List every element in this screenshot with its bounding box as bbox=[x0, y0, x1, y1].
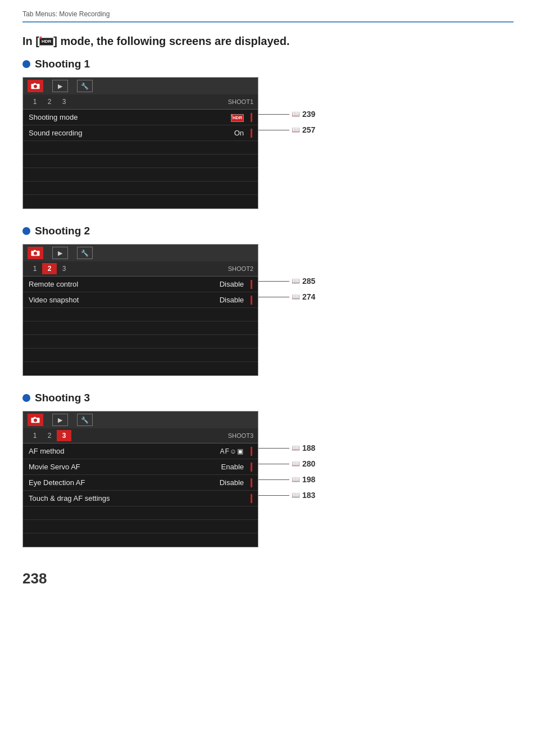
ref2-remote-control: 📖 285 bbox=[258, 273, 315, 289]
ref3-line2 bbox=[258, 464, 289, 464]
cam1-play-tab[interactable]: ▶ bbox=[52, 80, 68, 92]
cam1-empty4 bbox=[23, 182, 258, 195]
ref3-page1: 188 bbox=[302, 443, 315, 452]
cam1-row-shooting-mode[interactable]: Shooting mode ▮HDR bbox=[23, 110, 258, 125]
cam3-tabs-row: 1 2 3 SHOOT3 bbox=[23, 428, 258, 443]
shooting1-refs: 📖 239 📖 257 bbox=[258, 106, 315, 138]
cam2-header: ▶ 🔧 bbox=[23, 245, 258, 261]
cam1-sound-recording-bar bbox=[251, 129, 252, 138]
shooting1-label: Shooting 1 bbox=[35, 58, 90, 70]
shooting2-heading: Shooting 2 bbox=[22, 225, 514, 237]
cam2-tab1[interactable]: 1 bbox=[28, 263, 42, 274]
cam3-movie-servo-af-value: Enable bbox=[221, 463, 244, 471]
cam1-shooting-mode-bar bbox=[251, 113, 252, 122]
bullet-dot-2 bbox=[22, 227, 30, 235]
cam3-row-movie-servo-af[interactable]: Movie Servo AF Enable bbox=[23, 459, 258, 475]
shooting3-panel: ▶ 🔧 1 2 3 SHOOT3 AF method AF☺▣ Movie Se… bbox=[22, 411, 258, 547]
ref1-sound-recording: 📖 257 bbox=[258, 122, 315, 138]
cam2-empty1 bbox=[23, 308, 258, 322]
cam3-empty2 bbox=[23, 520, 258, 533]
cam3-row-touch-drag-af[interactable]: Touch & drag AF settings bbox=[23, 491, 258, 506]
bullet-dot-3 bbox=[22, 394, 30, 402]
cam2-empty5 bbox=[23, 362, 258, 375]
ref1-shooting-mode: 📖 239 bbox=[258, 106, 315, 122]
ref3-book-icon1: 📖 bbox=[292, 444, 300, 452]
cam2-shoot-label: SHOOT2 bbox=[228, 265, 253, 272]
svg-point-1 bbox=[34, 85, 37, 88]
cam2-video-snapshot-bar bbox=[251, 296, 252, 305]
ref3-movie-servo-af: 📖 280 bbox=[258, 456, 315, 472]
ref2-page1: 285 bbox=[302, 277, 315, 286]
ref1-page2: 257 bbox=[302, 125, 315, 134]
page-number: 238 bbox=[22, 570, 514, 587]
svg-rect-8 bbox=[34, 417, 36, 418]
cam2-empty2 bbox=[23, 322, 258, 335]
cam1-tabs-row: 1 2 3 SHOOT1 bbox=[23, 94, 258, 110]
ref3-line4 bbox=[258, 495, 289, 496]
ref1-book-icon2: 📖 bbox=[292, 126, 300, 134]
shooting2-panel: ▶ 🔧 1 2 3 SHOOT2 Remote control Disable … bbox=[22, 244, 258, 376]
cam1-shooting-mode-value: ▮HDR bbox=[231, 112, 244, 121]
cam3-af-method-bar bbox=[251, 447, 252, 456]
cam1-empty5 bbox=[23, 195, 258, 209]
cam3-touch-drag-af-label: Touch & drag AF settings bbox=[29, 494, 244, 503]
cam1-shoot-label: SHOOT1 bbox=[228, 98, 253, 105]
svg-rect-2 bbox=[34, 83, 36, 84]
ref2-book-icon1: 📖 bbox=[292, 277, 300, 285]
cam3-row-af-method[interactable]: AF method AF☺▣ bbox=[23, 443, 258, 459]
cam2-video-snapshot-label: Video snapshot bbox=[29, 296, 220, 304]
cam2-row-remote-control[interactable]: Remote control Disable bbox=[23, 277, 258, 292]
cam2-row-video-snapshot[interactable]: Video snapshot Disable bbox=[23, 292, 258, 308]
cam3-tab2[interactable]: 2 bbox=[42, 430, 57, 441]
top-rule bbox=[22, 21, 514, 22]
shooting3-label: Shooting 3 bbox=[35, 392, 90, 404]
svg-rect-5 bbox=[34, 250, 36, 251]
cam1-tab1[interactable]: 1 bbox=[28, 96, 42, 107]
shooting2-label: Shooting 2 bbox=[35, 225, 90, 237]
ref3-af-method: 📖 188 bbox=[258, 440, 315, 456]
cam2-remote-control-label: Remote control bbox=[29, 280, 220, 288]
bullet-dot-1 bbox=[22, 60, 30, 68]
ref3-line1 bbox=[258, 448, 289, 449]
svg-point-4 bbox=[34, 252, 37, 255]
ref3-book-icon3: 📖 bbox=[292, 476, 300, 483]
cam2-video-snapshot-value: Disable bbox=[220, 296, 244, 304]
shooting3-heading: Shooting 3 bbox=[22, 392, 514, 404]
ref3-page4: 183 bbox=[302, 491, 315, 500]
main-title: In [ ▮HDR] mode, the following screens a… bbox=[22, 35, 514, 48]
cam2-remote-control-value: Disable bbox=[220, 280, 244, 288]
cam3-eye-detection-af-label: Eye Detection AF bbox=[29, 478, 220, 487]
shooting3-refs: 📖 188 📖 280 📖 198 📖 183 bbox=[258, 440, 315, 503]
cam1-row-sound-recording[interactable]: Sound recording On bbox=[23, 125, 258, 141]
cam3-wrench-tab[interactable]: 🔧 bbox=[77, 414, 93, 426]
svg-point-7 bbox=[34, 419, 37, 422]
cam1-empty3 bbox=[23, 168, 258, 182]
cam1-sound-recording-value: On bbox=[234, 129, 244, 137]
ref3-eye-detection-af: 📖 198 bbox=[258, 472, 315, 487]
cam2-tabs-row: 1 2 3 SHOOT2 bbox=[23, 261, 258, 277]
ref3-page3: 198 bbox=[302, 475, 315, 484]
cam1-camera-icon bbox=[28, 80, 43, 92]
cam3-row-eye-detection-af[interactable]: Eye Detection AF Disable bbox=[23, 475, 258, 491]
cam3-tab1[interactable]: 1 bbox=[28, 430, 42, 441]
cam3-header: ▶ 🔧 bbox=[23, 411, 258, 428]
cam1-empty2 bbox=[23, 155, 258, 168]
cam3-empty1 bbox=[23, 506, 258, 520]
cam2-wrench-tab[interactable]: 🔧 bbox=[77, 247, 93, 259]
cam1-tab3[interactable]: 3 bbox=[57, 96, 71, 107]
cam3-play-tab[interactable]: ▶ bbox=[52, 414, 68, 426]
cam2-play-tab[interactable]: ▶ bbox=[52, 247, 68, 259]
cam1-tab2[interactable]: 2 bbox=[42, 96, 57, 107]
ref1-page: 239 bbox=[302, 110, 315, 119]
cam3-touch-drag-af-bar bbox=[251, 494, 252, 503]
cam3-camera-svg bbox=[30, 415, 40, 425]
shooting1-panel-wrapper: ▶ 🔧 1 2 3 SHOOT1 Shooting mode ▮HDR Soun… bbox=[22, 77, 514, 209]
cam1-wrench-tab[interactable]: 🔧 bbox=[77, 80, 93, 92]
cam2-tab2[interactable]: 2 bbox=[42, 263, 57, 274]
cam3-empty3 bbox=[23, 533, 258, 547]
cam2-tab3[interactable]: 3 bbox=[57, 263, 71, 274]
main-title-suffix: ] mode, the following screens are displa… bbox=[53, 35, 289, 47]
ref2-page2: 274 bbox=[302, 292, 315, 301]
cam3-tab3[interactable]: 3 bbox=[57, 430, 71, 441]
cam2-camera-svg bbox=[30, 248, 40, 258]
